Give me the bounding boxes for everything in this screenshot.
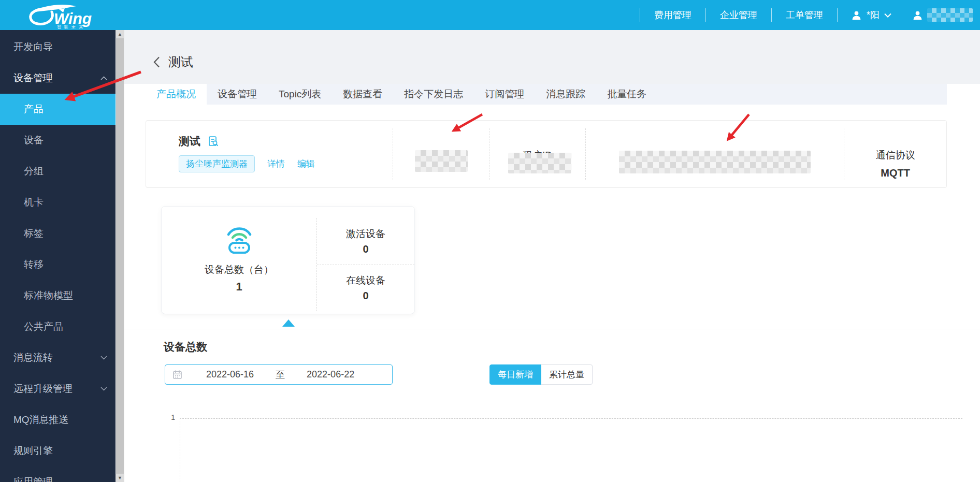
chevron-up-icon [100,76,107,80]
chart-plot-area [180,418,962,482]
scroll-down-button[interactable]: ▼ [116,474,124,482]
protocol-value: MQTT [844,167,946,179]
sidebar-item-message-flow[interactable]: 消息流转 [0,342,116,373]
activated-devices-cell: 激活设备 0 [317,218,414,265]
sidebar-item-tag[interactable]: 标签 [0,218,116,249]
date-range-separator: 至 [276,369,285,381]
page-header-bg [124,30,980,84]
account-menu[interactable] [912,8,973,22]
user-name: *阳 [867,9,880,21]
tab-batch-task[interactable]: 批量任务 [596,84,657,105]
user-icon [912,10,923,21]
sidebar-item-label: 设备管理 [13,71,53,85]
device-wifi-icon [224,225,254,254]
protocol-field: 通信协议 MQTT [844,128,946,180]
tab-command-log[interactable]: 指令下发日志 [393,84,474,105]
date-start-value[interactable]: 2022-06-16 [206,369,254,380]
protocol-label: 通信协议 [844,149,946,162]
sidebar-item-label: 开发向导 [13,40,53,54]
sidebar-item-device-mgmt[interactable]: 设备管理 [0,63,116,94]
product-name: 测试 [179,134,200,149]
redacted-account-name-mosaic [927,8,973,22]
sidebar-item-label: 机卡 [24,196,44,209]
device-total-value: 1 [236,280,242,294]
sidebar-nav: 开发向导 设备管理 产品 设备 分组 机卡 标签 转移 标准物模型 公共产品 消… [0,30,116,482]
sidebar-item-label: 公共产品 [24,320,63,333]
sidebar-item-label: 消息流转 [13,351,53,364]
date-range-picker[interactable]: 2022-06-16 至 2022-06-22 [165,364,393,385]
nav-item-workorder[interactable]: 工单管理 [772,9,837,21]
daily-new-button[interactable]: 每日新增 [489,364,541,385]
sidebar-item-dev-wizard[interactable]: 开发向导 [0,32,116,63]
sidebar-item-label: 转移 [24,258,44,271]
sidebar-item-product[interactable]: 产品 [0,94,116,125]
tab-data-view[interactable]: 数据查看 [332,84,393,105]
tab-subscription[interactable]: 订阅管理 [474,84,535,105]
nav-item-enterprise[interactable]: 企业管理 [706,9,771,21]
redacted-product-id-mosaic [415,150,468,172]
scroll-up-button[interactable]: ▲ [116,30,124,38]
online-devices-label: 在线设备 [346,274,385,287]
product-summary: 测试 扬尘噪声监测器 详情 编辑 [146,121,393,187]
section-divider [124,329,980,329]
cumulative-total-button[interactable]: 累计总量 [541,364,593,385]
sidebar-item-label: 标签 [24,227,44,240]
product-type-tag: 扬尘噪声监测器 [179,155,255,172]
sidebar-item-rule-engine[interactable]: 规则引擎 [0,435,116,466]
sidebar-item-group[interactable]: 分组 [0,156,116,187]
sidebar-item-label: 应用管理 [13,475,53,482]
sidebar-item-simcard[interactable]: 机卡 [0,187,116,218]
app-window: Wing 智联未来 费用管理 企业管理 工单管理 *阳 [0,0,980,482]
sidebar-item-label: 产品 [24,103,44,116]
sidebar-scrollbar: ▲ ▼ [116,30,124,482]
tab-topic-list[interactable]: Topic列表 [268,84,332,105]
user-icon [851,10,862,21]
chevron-down-icon [884,13,891,18]
redacted-apikey-mosaic [619,151,811,173]
sidebar-item-device[interactable]: 设备 [0,125,116,156]
navbar-separator [837,8,838,22]
sidebar-item-label: 分组 [24,165,44,178]
sidebar-item-label: 标准物模型 [24,289,73,302]
sidebar-item-label: MQ消息推送 [13,413,69,427]
trend-mode-toggle: 每日新增 累计总量 [489,364,593,385]
selected-card-pointer [282,319,295,327]
date-end-value[interactable]: 2022-06-22 [307,369,354,380]
device-stats-card[interactable]: 设备总数（台） 1 激活设备 0 在线设备 0 [161,206,415,314]
navbar-menu: 费用管理 企业管理 工单管理 *阳 [640,0,973,30]
back-navigation[interactable]: 测试 [153,54,193,70]
chevron-down-icon [100,356,107,360]
sidebar-item-transfer[interactable]: 转移 [0,249,116,280]
detail-link[interactable]: 详情 [267,158,285,170]
activated-devices-label: 激活设备 [346,227,385,241]
device-total-block: 设备总数（台） 1 [162,207,316,314]
activated-devices-value: 0 [363,243,368,255]
redacted-tenant-id-mosaic [508,153,571,173]
scrollbar-thumb[interactable] [116,38,124,474]
wing-logo[interactable]: Wing 智联未来 [27,2,105,29]
sidebar-item-public-product[interactable]: 公共产品 [0,311,116,342]
tab-bar: 产品概况 设备管理 Topic列表 数据查看 指令下发日志 订阅管理 消息跟踪 … [146,84,947,105]
sidebar-item-app-mgmt[interactable]: 应用管理 [0,466,116,482]
tab-message-trace[interactable]: 消息跟踪 [535,84,596,105]
page-title: 测试 [168,54,193,70]
nav-item-billing[interactable]: 费用管理 [640,9,705,21]
sidebar-item-label: 规则引擎 [13,444,53,458]
sidebar-item-ota-mgmt[interactable]: 远程升级管理 [0,373,116,404]
sidebar-item-standard-model[interactable]: 标准物模型 [0,280,116,311]
sidebar-item-label: 远程升级管理 [13,382,73,396]
user-menu[interactable]: *阳 [851,9,891,21]
device-substats: 激活设备 0 在线设备 0 [316,218,414,311]
sidebar-item-mq-push[interactable]: MQ消息推送 [0,404,116,435]
logo-tagline: 智联未来 [57,25,86,29]
tab-product-overview[interactable]: 产品概况 [146,84,207,105]
edit-link[interactable]: 编辑 [297,158,315,170]
calendar-icon [172,370,182,379]
sidebar-item-label: 设备 [24,134,44,147]
tab-device-mgmt[interactable]: 设备管理 [207,84,268,105]
online-devices-value: 0 [363,290,368,302]
back-chevron-icon [153,56,160,68]
top-navbar: Wing 智联未来 费用管理 企业管理 工单管理 *阳 [0,0,980,30]
chevron-down-icon [100,387,107,391]
view-doc-icon[interactable] [208,136,219,147]
